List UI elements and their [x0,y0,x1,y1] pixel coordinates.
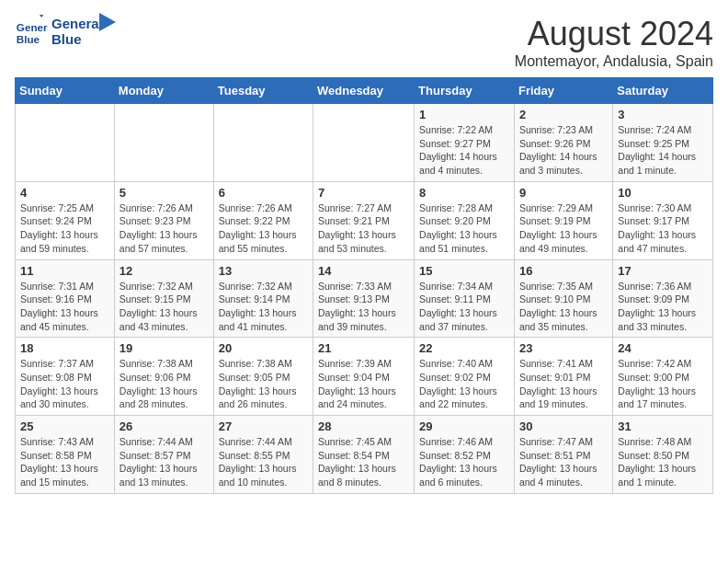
day-info: Sunrise: 7:45 AM Sunset: 8:54 PM Dayligh… [318,435,409,489]
day-cell: 18Sunrise: 7:37 AM Sunset: 9:08 PM Dayli… [16,338,115,416]
day-info: Sunrise: 7:43 AM Sunset: 8:58 PM Dayligh… [20,435,109,489]
day-number: 11 [20,264,109,278]
day-info: Sunrise: 7:30 AM Sunset: 9:17 PM Dayligh… [618,201,708,256]
day-number: 1 [419,108,509,121]
day-cell: 7Sunrise: 7:27 AM Sunset: 9:21 PM Daylig… [313,181,415,259]
day-cell: 30Sunrise: 7:47 AM Sunset: 8:51 PM Dayli… [514,416,612,494]
day-cell: 24Sunrise: 7:42 AM Sunset: 9:00 PM Dayli… [613,338,713,416]
day-number: 27 [219,419,308,433]
week-row-2: 4Sunrise: 7:25 AM Sunset: 9:24 PM Daylig… [16,181,713,259]
day-number: 28 [318,419,409,433]
day-number: 30 [519,419,608,433]
day-info: Sunrise: 7:31 AM Sunset: 9:16 PM Dayligh… [20,280,109,334]
month-title: August 2024 [515,15,713,53]
day-info: Sunrise: 7:32 AM Sunset: 9:14 PM Dayligh… [219,280,308,334]
day-cell: 31Sunrise: 7:48 AM Sunset: 8:50 PM Dayli… [613,416,713,494]
day-number: 20 [219,341,308,355]
col-header-tuesday: Tuesday [213,78,313,104]
day-number: 9 [519,186,608,200]
col-header-friday: Friday [514,78,612,104]
day-info: Sunrise: 7:34 AM Sunset: 9:11 PM Dayligh… [419,280,509,334]
day-cell: 25Sunrise: 7:43 AM Sunset: 8:58 PM Dayli… [16,416,115,494]
day-number: 13 [219,264,308,278]
day-info: Sunrise: 7:44 AM Sunset: 8:57 PM Dayligh… [119,435,209,489]
day-cell: 16Sunrise: 7:35 AM Sunset: 9:10 PM Dayli… [514,259,612,338]
svg-text:Blue: Blue [17,33,40,45]
day-cell: 10Sunrise: 7:30 AM Sunset: 9:17 PM Dayli… [613,181,713,259]
svg-marker-2 [40,15,44,17]
day-info: Sunrise: 7:42 AM Sunset: 9:00 PM Dayligh… [618,357,708,411]
day-info: Sunrise: 7:38 AM Sunset: 9:05 PM Dayligh… [219,357,308,411]
day-cell: 28Sunrise: 7:45 AM Sunset: 8:54 PM Dayli… [313,416,415,494]
day-number: 21 [318,341,409,355]
logo-flag-icon [99,13,118,40]
location-title: Montemayor, Andalusia, Spain [515,53,713,70]
day-cell: 13Sunrise: 7:32 AM Sunset: 9:14 PM Dayli… [213,259,313,338]
day-info: Sunrise: 7:41 AM Sunset: 9:01 PM Dayligh… [519,357,608,411]
day-cell: 9Sunrise: 7:29 AM Sunset: 9:19 PM Daylig… [514,181,612,259]
day-number: 26 [119,419,209,433]
calendar-table: SundayMondayTuesdayWednesdayThursdayFrid… [15,77,713,494]
day-number: 8 [419,186,509,200]
day-info: Sunrise: 7:22 AM Sunset: 9:27 PM Dayligh… [419,123,509,178]
day-info: Sunrise: 7:39 AM Sunset: 9:04 PM Dayligh… [318,357,409,411]
day-info: Sunrise: 7:35 AM Sunset: 9:10 PM Dayligh… [519,280,608,334]
day-info: Sunrise: 7:46 AM Sunset: 8:52 PM Dayligh… [419,435,509,489]
day-cell: 20Sunrise: 7:38 AM Sunset: 9:05 PM Dayli… [213,338,313,416]
day-info: Sunrise: 7:26 AM Sunset: 9:22 PM Dayligh… [219,201,308,256]
page-header: General Blue General Blue August 2024 Mo… [15,15,713,70]
logo-icon: General Blue [15,15,48,48]
day-cell: 1Sunrise: 7:22 AM Sunset: 9:27 PM Daylig… [415,104,515,182]
day-cell: 15Sunrise: 7:34 AM Sunset: 9:11 PM Dayli… [415,259,515,338]
day-info: Sunrise: 7:25 AM Sunset: 9:24 PM Dayligh… [20,201,109,256]
day-cell: 29Sunrise: 7:46 AM Sunset: 8:52 PM Dayli… [415,416,515,494]
title-area: August 2024 Montemayor, Andalusia, Spain [515,15,713,70]
day-number: 2 [519,108,608,121]
day-number: 24 [618,341,708,355]
day-number: 29 [419,419,509,433]
day-number: 22 [419,341,509,355]
day-cell [16,104,115,182]
svg-marker-3 [99,13,116,31]
day-number: 10 [618,186,708,200]
week-row-1: 1Sunrise: 7:22 AM Sunset: 9:27 PM Daylig… [16,104,713,182]
day-cell: 22Sunrise: 7:40 AM Sunset: 9:02 PM Dayli… [415,338,515,416]
day-info: Sunrise: 7:24 AM Sunset: 9:25 PM Dayligh… [618,123,708,178]
day-cell: 2Sunrise: 7:23 AM Sunset: 9:26 PM Daylig… [514,104,612,182]
day-number: 31 [618,419,708,433]
day-cell: 12Sunrise: 7:32 AM Sunset: 9:15 PM Dayli… [114,259,213,338]
day-number: 6 [219,186,308,200]
day-info: Sunrise: 7:37 AM Sunset: 9:08 PM Dayligh… [20,357,109,411]
day-info: Sunrise: 7:36 AM Sunset: 9:09 PM Dayligh… [618,280,708,334]
day-info: Sunrise: 7:38 AM Sunset: 9:06 PM Dayligh… [119,357,209,411]
col-header-monday: Monday [114,78,213,104]
day-number: 16 [519,264,608,278]
day-cell: 8Sunrise: 7:28 AM Sunset: 9:20 PM Daylig… [415,181,515,259]
day-cell: 26Sunrise: 7:44 AM Sunset: 8:57 PM Dayli… [114,416,213,494]
day-info: Sunrise: 7:48 AM Sunset: 8:50 PM Dayligh… [618,435,708,489]
day-cell: 11Sunrise: 7:31 AM Sunset: 9:16 PM Dayli… [16,259,115,338]
day-cell: 19Sunrise: 7:38 AM Sunset: 9:06 PM Dayli… [114,338,213,416]
day-number: 15 [419,264,509,278]
day-cell: 17Sunrise: 7:36 AM Sunset: 9:09 PM Dayli… [613,259,713,338]
day-number: 25 [20,419,109,433]
day-info: Sunrise: 7:32 AM Sunset: 9:15 PM Dayligh… [119,280,209,334]
day-cell [313,104,415,182]
day-cell: 14Sunrise: 7:33 AM Sunset: 9:13 PM Dayli… [313,259,415,338]
day-cell: 23Sunrise: 7:41 AM Sunset: 9:01 PM Dayli… [514,338,612,416]
day-number: 14 [318,264,409,278]
day-number: 19 [119,341,209,355]
day-info: Sunrise: 7:44 AM Sunset: 8:55 PM Dayligh… [219,435,308,489]
day-info: Sunrise: 7:47 AM Sunset: 8:51 PM Dayligh… [519,435,608,489]
col-header-wednesday: Wednesday [313,78,415,104]
calendar-header-row: SundayMondayTuesdayWednesdayThursdayFrid… [16,78,713,104]
day-number: 23 [519,341,608,355]
day-cell [114,104,213,182]
day-number: 7 [318,186,409,200]
week-row-4: 18Sunrise: 7:37 AM Sunset: 9:08 PM Dayli… [16,338,713,416]
logo: General Blue General Blue [15,15,118,48]
day-number: 3 [618,108,708,121]
day-cell: 5Sunrise: 7:26 AM Sunset: 9:23 PM Daylig… [114,181,213,259]
day-info: Sunrise: 7:40 AM Sunset: 9:02 PM Dayligh… [419,357,509,411]
day-info: Sunrise: 7:26 AM Sunset: 9:23 PM Dayligh… [119,201,209,256]
